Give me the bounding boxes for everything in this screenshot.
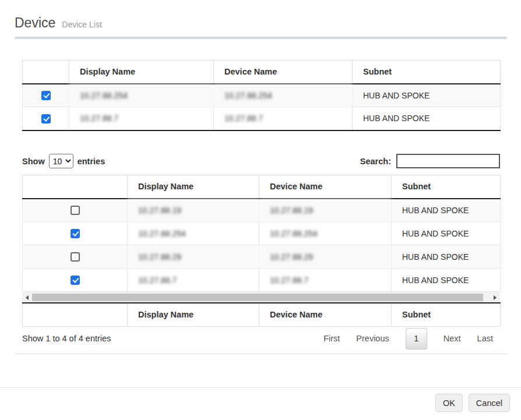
table-header-row: Display Name Device Name Subnet	[23, 175, 501, 199]
footer-divider	[0, 387, 521, 388]
search-control: Search:	[360, 154, 500, 168]
table-row: 10.27.88.19 10.27.88.19 HUB AND SPOKE	[23, 199, 501, 222]
row-checkbox[interactable]	[71, 276, 80, 285]
display-name-cell: 10.27.88.19	[128, 199, 259, 222]
scrollbar-thumb[interactable]	[32, 294, 483, 301]
table-footer-row: Display Name Device Name Subnet	[23, 303, 501, 326]
device-name-cell: 10.27.88.254	[214, 84, 353, 107]
device-name-column-header: Device Name	[259, 175, 392, 199]
page-size-control: Show 10 entries	[22, 154, 105, 168]
device-dialog: Device Device List Display Name Device N…	[0, 0, 521, 420]
entries-label: entries	[78, 157, 105, 166]
subnet-cell: HUB AND SPOKE	[353, 84, 501, 107]
page-title: Device	[15, 15, 55, 31]
display-name-cell: 10.27.88.7	[69, 107, 214, 130]
selected-devices-table: Display Name Device Name Subnet 10.27.88…	[22, 60, 501, 131]
pagination-current-page[interactable]: 1	[406, 328, 427, 350]
search-label: Search:	[360, 157, 391, 166]
device-name-cell: 10.27.88.7	[259, 269, 392, 292]
subnet-cell: HUB AND SPOKE	[392, 222, 501, 245]
display-name-column-header: Display Name	[128, 175, 259, 199]
table-row: 10.27.88.7 10.27.88.7 HUB AND SPOKE	[23, 269, 501, 292]
subnet-column-header: Subnet	[392, 175, 501, 199]
device-name-cell: 10.27.88.29	[259, 245, 392, 269]
row-checkbox[interactable]	[41, 114, 51, 123]
pagination-last[interactable]: Last	[477, 334, 493, 343]
checkbox-column-header	[23, 61, 69, 84]
subnet-column-header: Subnet	[353, 61, 501, 84]
subnet-cell: HUB AND SPOKE	[353, 107, 501, 130]
checkbox-column-header	[23, 175, 128, 199]
device-name-column-header: Device Name	[214, 61, 353, 84]
dialog-actions: OK Cancel	[435, 394, 510, 412]
row-checkbox[interactable]	[71, 252, 80, 262]
pagination-next[interactable]: Next	[443, 334, 461, 343]
search-input[interactable]	[396, 154, 500, 168]
display-name-cell: 10.27.88.29	[128, 245, 259, 269]
pagination: First Previous 1 Next Last	[323, 327, 493, 350]
device-list-table: Display Name Device Name Subnet 10.27.88…	[22, 175, 501, 292]
subnet-cell: HUB AND SPOKE	[392, 269, 501, 292]
display-name-cell: 10.27.88.7	[128, 269, 259, 292]
cancel-button[interactable]: Cancel	[469, 394, 510, 412]
row-checkbox[interactable]	[41, 91, 51, 100]
scroll-right-icon[interactable]	[490, 292, 500, 302]
table-info-text: Show 1 to 4 of 4 entries	[22, 334, 111, 343]
table-row: 10.27.88.29 10.27.88.29 HUB AND SPOKE	[23, 245, 501, 269]
subnet-cell: HUB AND SPOKE	[392, 245, 501, 269]
scrollbar-track[interactable]	[32, 292, 490, 302]
page-size-select[interactable]: 10	[49, 154, 73, 168]
device-name-cell: 10.27.88.7	[214, 107, 353, 130]
table-row: 10.27.88.7 10.27.88.7 HUB AND SPOKE	[23, 107, 501, 130]
pagination-previous[interactable]: Previous	[356, 334, 389, 343]
page-subtitle: Device List	[62, 20, 101, 29]
subnet-cell: HUB AND SPOKE	[392, 199, 501, 222]
display-name-column-header: Display Name	[69, 61, 214, 84]
display-name-column-footer: Display Name	[128, 303, 259, 326]
device-name-column-footer: Device Name	[259, 303, 392, 326]
device-list-table-footer: Display Name Device Name Subnet	[22, 302, 501, 327]
display-name-cell: 10.27.88.254	[128, 222, 259, 245]
row-checkbox[interactable]	[71, 229, 80, 238]
table-header-row: Display Name Device Name Subnet	[23, 61, 501, 84]
checkbox-column-footer	[23, 303, 128, 326]
device-name-cell: 10.27.88.19	[259, 199, 392, 222]
device-name-cell: 10.27.88.254	[259, 222, 392, 245]
horizontal-scrollbar[interactable]	[22, 292, 500, 302]
panel-bottom-border	[15, 354, 507, 354]
table-row: 10.27.88.254 10.27.88.254 HUB AND SPOKE	[23, 222, 501, 245]
header-divider	[15, 37, 507, 39]
show-label: Show	[22, 157, 45, 166]
ok-button[interactable]: OK	[435, 394, 463, 412]
display-name-cell: 10.27.88.254	[69, 84, 214, 107]
scroll-left-icon[interactable]	[22, 292, 32, 302]
page-header: Device Device List	[15, 15, 102, 31]
table-row: 10.27.88.254 10.27.88.254 HUB AND SPOKE	[23, 84, 501, 107]
subnet-column-footer: Subnet	[392, 303, 501, 326]
row-checkbox[interactable]	[71, 206, 80, 215]
pagination-first[interactable]: First	[323, 334, 340, 343]
table-controls: Show 10 entries Search:	[22, 154, 500, 168]
